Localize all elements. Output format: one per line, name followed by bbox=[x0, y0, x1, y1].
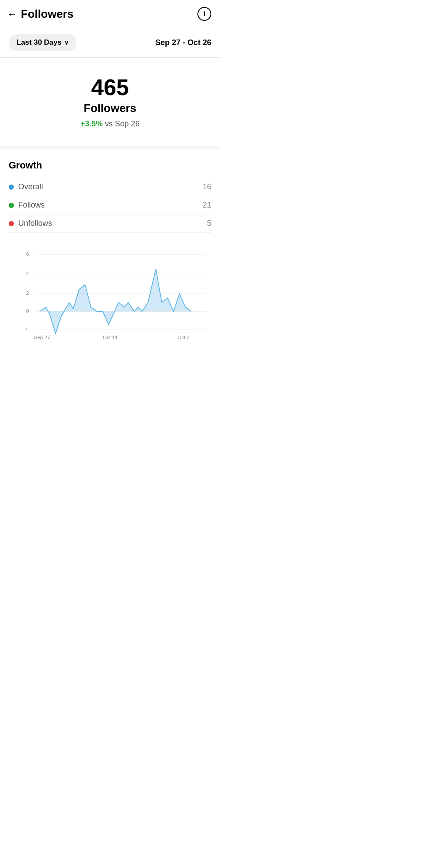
stats-section: 465 Followers +3.5% vs Sep 26 bbox=[0, 58, 220, 149]
follower-count: 465 bbox=[9, 75, 211, 100]
follows-label: Follows bbox=[18, 201, 45, 210]
header: ← Followers i bbox=[0, 0, 220, 28]
growth-title: Growth bbox=[9, 160, 211, 171]
growth-chart: 6 4 2 0 -2 Sep 27 Oct 11 Oct 2 bbox=[26, 246, 207, 346]
x-label-oct11: Oct 11 bbox=[103, 334, 118, 340]
growth-section: Growth Overall 16 Follows 21 Unfollows 5… bbox=[0, 149, 220, 350]
y-label-2: 2 bbox=[26, 290, 29, 296]
follows-value: 21 bbox=[203, 201, 211, 210]
chart-container: 6 4 2 0 -2 Sep 27 Oct 11 Oct 2 bbox=[9, 237, 211, 350]
x-label-sep27: Sep 27 bbox=[34, 334, 50, 340]
unfollows-value: 5 bbox=[207, 219, 211, 228]
back-button[interactable]: ← bbox=[7, 8, 17, 20]
legend-overall: Overall 16 bbox=[9, 178, 211, 196]
legend-unfollows: Unfollows 5 bbox=[9, 215, 211, 233]
change-suffix: vs Sep 26 bbox=[103, 119, 140, 128]
chart-area-path bbox=[40, 269, 191, 334]
chevron-down-icon: ∨ bbox=[64, 39, 69, 46]
overall-label: Overall bbox=[18, 182, 43, 191]
y-label-0: 0 bbox=[26, 308, 29, 314]
stats-label: Followers bbox=[9, 102, 211, 115]
info-icon[interactable]: i bbox=[197, 7, 211, 21]
y-label-6: 6 bbox=[26, 251, 29, 257]
header-left: ← Followers bbox=[7, 7, 73, 21]
date-range-label: Sep 27 - Oct 26 bbox=[155, 38, 211, 47]
page-title: Followers bbox=[21, 7, 73, 21]
overall-dot bbox=[9, 185, 14, 190]
y-label-4: 4 bbox=[26, 271, 29, 276]
unfollows-label: Unfollows bbox=[18, 219, 52, 228]
legend-follows: Follows 21 bbox=[9, 196, 211, 215]
follows-dot bbox=[9, 203, 14, 208]
y-label-neg2: -2 bbox=[26, 327, 27, 332]
date-filter-label: Last 30 Days bbox=[16, 38, 62, 47]
x-label-oct2: Oct 2 bbox=[177, 334, 190, 340]
overall-value: 16 bbox=[203, 182, 211, 191]
change-positive: +3.5% bbox=[80, 119, 103, 128]
unfollows-dot bbox=[9, 221, 14, 226]
filter-bar: Last 30 Days ∨ Sep 27 - Oct 26 bbox=[0, 28, 220, 57]
date-filter-button[interactable]: Last 30 Days ∨ bbox=[9, 34, 76, 51]
change-text: +3.5% vs Sep 26 bbox=[9, 119, 211, 129]
